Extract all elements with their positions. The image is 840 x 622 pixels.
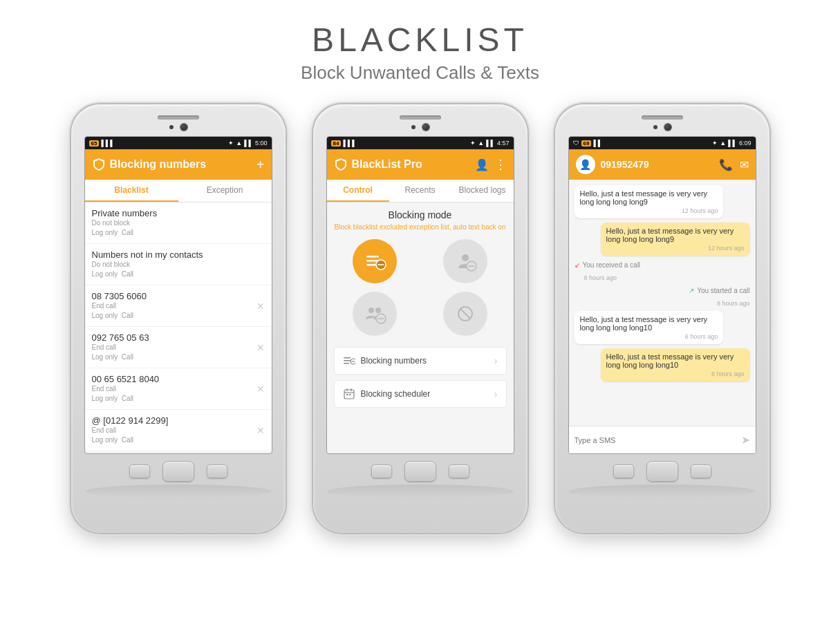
back-button-3[interactable] <box>613 464 634 478</box>
phone-3-screen: 🛡 69 ▌▌ ✦ ▲ ▌▌ 6:09 👤 091952479 � <box>568 136 756 454</box>
svg-point-9 <box>375 308 381 313</box>
block-group-icon <box>362 301 387 326</box>
phone-1-reflection <box>85 484 272 498</box>
chevron-numbers: › <box>494 355 498 366</box>
block-list-icon <box>362 249 387 274</box>
phone-2-bottom <box>371 461 469 482</box>
phone-2-speaker <box>400 115 441 120</box>
shield-icon-1 <box>92 158 106 171</box>
menu-button-2[interactable] <box>449 464 469 478</box>
status-badge-3: 69 <box>581 140 592 147</box>
phone-3-cam-dot <box>664 124 671 131</box>
list-icon-2 <box>343 355 355 367</box>
chevron-scheduler: › <box>494 388 498 399</box>
call-in-time: 8 hours ago <box>584 274 750 281</box>
tab-blocked-logs[interactable]: Blocked logs <box>451 180 514 202</box>
time-3: 6:09 <box>739 140 752 147</box>
phone-2-title: BlackList Pro <box>352 158 422 171</box>
shield-icon-2 <box>334 158 348 171</box>
send-icon[interactable]: ➤ <box>741 433 750 446</box>
list-item-0122: @ [0122 914 2299] End callLog only Call … <box>85 410 272 451</box>
list-item-not-in-contacts: Numbers not in my contacts Do not blockL… <box>85 244 272 285</box>
tab-recents[interactable]: Recents <box>389 180 451 202</box>
add-icon-1[interactable]: + <box>256 157 265 173</box>
home-button-3[interactable] <box>646 461 678 482</box>
phone-2-reflection <box>327 484 514 498</box>
phone-2-cameras <box>411 124 429 131</box>
phone-1-screen: 65 ▌▌▌ ✦ ▲ ▌▌ 5:00 Blocking numbers <box>84 136 272 454</box>
menu-button-1[interactable] <box>207 464 227 478</box>
back-button-2[interactable] <box>371 464 392 478</box>
block-mode-person[interactable] <box>443 239 487 283</box>
chat-avatar: 👤 <box>576 155 595 174</box>
svg-line-13 <box>460 309 471 319</box>
block-mode-group[interactable] <box>353 292 397 336</box>
phone-3-status-bar: 🛡 69 ▌▌ ✦ ▲ ▌▌ 6:09 <box>569 137 756 149</box>
block-sms-icon <box>453 301 478 326</box>
home-button-2[interactable] <box>404 461 436 482</box>
phone-2-screen: 84 ▌▌▌ ✦ ▲ ▌▌ 4:57 BlackList Pro <box>326 136 514 454</box>
bt-icon-3: ✦ <box>712 140 718 147</box>
time-1: 5:00 <box>255 140 268 147</box>
phone-3: 🛡 69 ▌▌ ✦ ▲ ▌▌ 6:09 👤 091952479 � <box>555 104 769 533</box>
block-mode-sms[interactable] <box>443 292 487 336</box>
tab-exception[interactable]: Exception <box>178 180 272 202</box>
call-started: ↗ You started a call <box>689 287 749 294</box>
phone-3-reflection <box>569 484 756 498</box>
phone-2-app-bar: BlackList Pro 👤 ⋮ <box>327 149 514 180</box>
phone-1-cameras <box>169 124 187 131</box>
svg-point-5 <box>462 254 469 261</box>
phone-1-speaker <box>158 115 199 120</box>
svg-point-8 <box>368 308 374 313</box>
phone-3-cam-small <box>653 125 657 129</box>
bt-icon: ✦ <box>228 140 234 147</box>
svg-rect-16 <box>344 363 349 364</box>
sms-input[interactable] <box>575 436 737 444</box>
delete-7305[interactable]: ✕ <box>256 301 265 312</box>
tab-control[interactable]: Control <box>327 180 389 202</box>
tab-blacklist[interactable]: Blacklist <box>85 180 178 202</box>
call-icon[interactable]: 📞 <box>719 158 733 171</box>
list-item-0065: 00 65 6521 8040 End callLog only Call ✕ <box>85 368 272 410</box>
calendar-icon <box>343 388 355 400</box>
blocking-numbers-item[interactable]: Blocking numbers › <box>334 347 507 375</box>
svg-rect-0 <box>366 256 379 258</box>
list-item-private: Private numbers Do not blockLog only Cal… <box>85 202 272 244</box>
msg-4: Hello, just a test message is very very … <box>601 348 750 381</box>
menu-button-3[interactable] <box>691 464 711 478</box>
phone-1-cam-small <box>169 125 174 129</box>
svg-rect-24 <box>349 394 351 395</box>
blocking-numbers-label: Blocking numbers <box>361 356 427 366</box>
msg-2: Hello, just a test message is very very … <box>601 223 750 256</box>
blocking-scheduler-item[interactable]: Blocking scheduler › <box>334 380 507 408</box>
phone-1-tabs: Blacklist Exception <box>85 180 272 202</box>
delete-092[interactable]: ✕ <box>256 342 265 353</box>
wifi-icon: ▲ <box>236 140 242 147</box>
chat-input-bar: ➤ <box>569 426 756 453</box>
shield-sm: 🛡 <box>573 140 579 147</box>
call-out-time: 8 hours ago <box>575 300 750 307</box>
call-out-arrow: ↗ <box>689 287 694 294</box>
block-mode-active[interactable] <box>353 239 397 283</box>
home-button-1[interactable] <box>162 461 194 482</box>
contacts-icon[interactable]: 👤 <box>475 158 489 171</box>
msg-3: Hello, just a test message is very very … <box>575 311 724 344</box>
phone-2: 84 ▌▌▌ ✦ ▲ ▌▌ 4:57 BlackList Pro <box>313 104 528 533</box>
signal-bars: ▌▌ <box>244 140 253 147</box>
blocking-scheduler-label: Blocking scheduler <box>361 389 431 399</box>
back-button-1[interactable] <box>129 464 150 478</box>
blocking-mode-title: Blocking mode <box>334 209 507 220</box>
wifi-icon-3: ▲ <box>720 140 726 147</box>
phone-2-cam-small <box>411 125 416 129</box>
call-in-arrow: ↙ <box>575 261 580 269</box>
svg-rect-23 <box>346 394 348 395</box>
phone-1-list: Private numbers Do not blockLog only Cal… <box>85 202 272 451</box>
svg-rect-14 <box>344 357 351 359</box>
sms-icon[interactable]: ✉ <box>740 158 749 171</box>
more-icon[interactable]: ⋮ <box>494 157 507 172</box>
delete-0122[interactable]: ✕ <box>256 425 265 436</box>
block-person-icon <box>453 249 478 274</box>
phone-2-tabs: Control Recents Blocked logs <box>327 180 514 202</box>
status-badge-2: 84 <box>331 140 342 147</box>
delete-0065[interactable]: ✕ <box>256 384 265 395</box>
